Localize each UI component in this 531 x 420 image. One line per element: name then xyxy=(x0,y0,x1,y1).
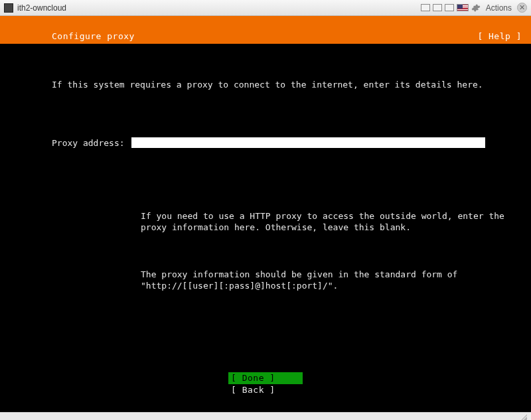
intro-text: If this system requires a proxy to conne… xyxy=(52,79,522,91)
installer-console: Configure proxy [ Help ] If this system … xyxy=(0,16,531,412)
proxy-address-input[interactable] xyxy=(131,137,485,148)
proxy-help-line-1: If you need to use a HTTP proxy to acces… xyxy=(141,210,508,234)
console-icon-2[interactable] xyxy=(433,4,442,11)
help-button[interactable]: [ Help ] xyxy=(477,31,522,41)
proxy-help-line-2: The proxy information should be given in… xyxy=(141,269,508,292)
proxy-address-label: Proxy address: xyxy=(52,137,125,149)
vm-window-title: ith2-owncloud xyxy=(17,3,66,13)
proxy-help-block: If you need to use a HTTP proxy to acces… xyxy=(141,186,522,326)
screen-content: If this system requires a proxy to conne… xyxy=(0,44,531,350)
screen-title: Configure proxy xyxy=(52,31,135,41)
back-button[interactable]: [ Back ] xyxy=(228,384,303,396)
vm-toolbar: Actions ✕ xyxy=(421,3,527,13)
console-icon-3[interactable] xyxy=(445,4,454,11)
close-icon[interactable]: ✕ xyxy=(517,3,527,13)
vm-window-icon xyxy=(4,3,13,13)
button-bar: [ Done ] [ Back ] xyxy=(0,372,531,396)
resize-grip-icon[interactable] xyxy=(519,413,527,420)
gear-icon[interactable] xyxy=(471,3,481,13)
screen-header: Configure proxy [ Help ] xyxy=(0,16,531,44)
console-icon[interactable] xyxy=(421,4,430,11)
keyboard-layout-flag-icon[interactable] xyxy=(457,4,469,11)
done-button[interactable]: [ Done ] xyxy=(228,372,303,384)
proxy-row: Proxy address: xyxy=(52,137,522,149)
actions-menu-label[interactable]: Actions xyxy=(486,3,512,13)
window-footer xyxy=(0,412,531,420)
vm-titlebar: ith2-owncloud Actions ✕ xyxy=(0,0,531,16)
